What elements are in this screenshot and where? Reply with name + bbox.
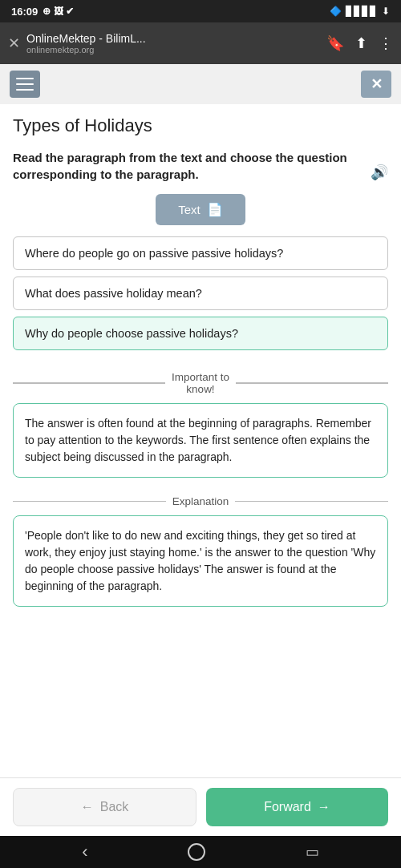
important-info-box: The answer is often found at the beginni…	[13, 403, 388, 478]
speaker-icon[interactable]: 🔊	[371, 163, 388, 183]
close-button[interactable]: ✕	[361, 71, 391, 98]
divider-line-right	[236, 382, 388, 384]
doc-icon: 📄	[207, 202, 223, 217]
content-wrap: ✕ Types of Holidays Read the paragraph f…	[0, 64, 401, 836]
bottom-nav: ← Back Forward →	[0, 777, 401, 836]
browser-icons: 🔖 ⬆ ⋮	[326, 34, 393, 52]
page-title: Types of Holidays	[13, 115, 388, 136]
explanation-label: Explanation	[172, 495, 229, 507]
status-bar: 16:09 ⊕ 🖼 ✔ 🔷 ▊▊▊▊ ⬇	[0, 0, 401, 22]
action-bar: ✕	[0, 64, 401, 104]
browser-info: OnlineMektep - BilimL... onlinemektep.or…	[26, 32, 320, 55]
browser-close-icon[interactable]: ✕	[8, 34, 20, 52]
more-icon[interactable]: ⋮	[379, 34, 393, 52]
forward-button[interactable]: Forward →	[206, 788, 388, 826]
text-button[interactable]: Text 📄	[156, 194, 245, 225]
explanation-line-right	[235, 501, 388, 503]
hamburger-button[interactable]	[10, 71, 40, 98]
browser-url: onlinemektep.org	[26, 45, 320, 55]
explanation-line-left	[13, 501, 166, 503]
explanation-box: 'People don't like to do new and excitin…	[13, 515, 388, 607]
instruction-text: Read the paragraph from the text and cho…	[13, 149, 388, 183]
browser-title: OnlineMektep - BilimL...	[26, 32, 320, 45]
option-3[interactable]: Why do people choose passive holidays?	[13, 317, 388, 350]
page-content: Types of Holidays Read the paragraph fro…	[0, 104, 401, 777]
android-home-button[interactable]	[188, 843, 205, 861]
explanation-divider: Explanation	[13, 495, 388, 507]
divider-line-left	[13, 382, 165, 384]
forward-arrow-icon: →	[318, 800, 330, 814]
share-icon[interactable]: ⬆	[355, 34, 367, 52]
option-1[interactable]: Where do people go on passive passive ho…	[13, 236, 388, 270]
android-back-button[interactable]: ‹	[82, 842, 87, 862]
back-button[interactable]: ← Back	[13, 788, 196, 826]
status-icons: 🔷 ▊▊▊▊ ⬇	[330, 6, 390, 17]
status-time: 16:09 ⊕ 🖼 ✔	[11, 6, 74, 18]
bookmark-icon[interactable]: 🔖	[326, 34, 344, 52]
android-recents-button[interactable]: ▭	[306, 843, 319, 861]
text-button-wrap: Text 📄	[13, 194, 388, 225]
important-divider: Important toknow!	[13, 371, 388, 395]
android-nav-bar: ‹ ▭	[0, 836, 401, 868]
browser-bar: ✕ OnlineMektep - BilimL... onlinemektep.…	[0, 22, 401, 64]
important-label: Important toknow!	[172, 371, 229, 395]
back-arrow-icon: ←	[81, 800, 94, 814]
option-2[interactable]: What does passive holiday mean?	[13, 277, 388, 310]
